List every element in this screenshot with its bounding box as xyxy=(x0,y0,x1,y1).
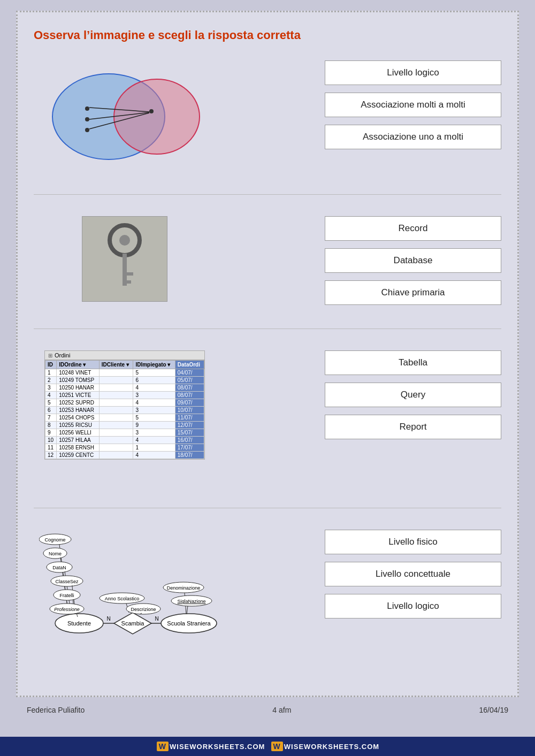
q1-answer1[interactable]: Livello logico xyxy=(325,60,501,85)
svg-text:N: N xyxy=(106,616,110,622)
q3-answer3[interactable]: Report xyxy=(325,415,501,439)
main-card: Osserva l’immagine e scegli la risposta … xyxy=(16,11,519,697)
svg-rect-13 xyxy=(127,280,131,284)
key-icon xyxy=(98,222,151,296)
svg-text:Professione: Professione xyxy=(54,607,80,612)
th-idimpiegato: IDImpiegato ▾ xyxy=(133,361,175,369)
key-image xyxy=(82,216,167,302)
q1-answer3[interactable]: Associazione uno a molti xyxy=(325,125,501,149)
table-row: 910256 WELLI315/07/ xyxy=(45,429,204,437)
table-name: Ordini xyxy=(55,352,70,358)
svg-point-5 xyxy=(149,109,154,113)
th-idcliente: IDCliente ▾ xyxy=(99,361,133,369)
watermark-text: WISEWORKSHEETS.COM xyxy=(170,743,265,751)
q4-answers: Livello fisico Livello concettuale Livel… xyxy=(216,524,501,618)
table-row: 1110258 ERNSH117/07/ xyxy=(45,444,204,452)
w-icon-1: W xyxy=(157,742,169,751)
q3-image-area: ⊞ Ordini ID IDOrdine ▾ IDCliente ▾ IDImp… xyxy=(34,345,216,465)
svg-rect-11 xyxy=(123,254,127,286)
q2-answer2[interactable]: Database xyxy=(325,248,501,273)
q2-answer3[interactable]: Chiave primaria xyxy=(325,280,501,305)
svg-point-4 xyxy=(85,128,89,132)
th-dataordi: DataOrdi xyxy=(175,361,204,369)
q4-answer2[interactable]: Livello concettuale xyxy=(325,562,501,586)
table-row: 510252 SUPRD409/07/ xyxy=(45,399,204,407)
q4-image-area: Studente Cognome Nome DataN xyxy=(34,524,216,653)
svg-text:Descrizione: Descrizione xyxy=(131,607,156,612)
footer: Federica Puliafito 4 afm 16/04/19 xyxy=(16,697,519,720)
table-row: 610253 HANAR310/07/ xyxy=(45,407,204,414)
question3-section: ⊞ Ordini ID IDOrdine ▾ IDCliente ▾ IDImp… xyxy=(34,345,501,465)
q4-answer3[interactable]: Livello logico xyxy=(325,594,501,618)
svg-text:DataN: DataN xyxy=(52,565,66,570)
footer-class: 4 afm xyxy=(272,706,291,714)
table-row: 1210259 CENTC418/07/ xyxy=(45,452,204,459)
table-icon: ⊞ xyxy=(48,353,52,358)
q1-answer2[interactable]: Associazione molti a molti xyxy=(325,93,501,117)
q3-answer2[interactable]: Query xyxy=(325,383,501,407)
q1-image-area xyxy=(34,55,216,173)
venn-diagram xyxy=(44,60,205,167)
footer-author: Federica Puliafito xyxy=(27,706,85,714)
svg-point-3 xyxy=(85,117,89,121)
watermark-text2: WISEWORKSHEETS.COM xyxy=(284,743,379,751)
q2-image-area xyxy=(34,211,216,307)
svg-line-47 xyxy=(187,606,188,614)
svg-text:ClasseSez: ClasseSez xyxy=(55,579,79,584)
table-row: 710254 CHOPS511/07/ xyxy=(45,414,204,422)
table-row: 810255 RICSU912/07/ xyxy=(45,422,204,429)
q4-answer1[interactable]: Livello fisico xyxy=(325,530,501,554)
svg-rect-12 xyxy=(127,272,133,276)
svg-text:Nome: Nome xyxy=(49,551,62,556)
q1-answers: Livello logico Associazione molti a molt… xyxy=(216,55,501,149)
question2-section: Record Database Chiave primaria xyxy=(34,211,501,307)
footer-date: 16/04/19 xyxy=(479,706,509,714)
divider1 xyxy=(34,194,501,195)
question4-section: Studente Cognome Nome DataN xyxy=(34,524,501,653)
svg-text:SiglaNazione: SiglaNazione xyxy=(177,599,205,604)
db-table-container: ⊞ Ordini ID IDOrdine ▾ IDCliente ▾ IDImp… xyxy=(44,350,205,460)
divider3 xyxy=(34,508,501,508)
q3-answer1[interactable]: Tabella xyxy=(325,350,501,375)
question1-section: Livello logico Associazione molti a molt… xyxy=(34,55,501,173)
svg-text:Fratelli: Fratelli xyxy=(59,593,74,598)
table-row: 310250 HANAR408/07/ xyxy=(45,384,204,392)
q2-answer1[interactable]: Record xyxy=(325,216,501,241)
svg-text:Denominazione: Denominazione xyxy=(167,585,201,591)
th-id: ID xyxy=(45,361,57,369)
svg-text:Scambia: Scambia xyxy=(121,620,145,627)
ordini-table: ID IDOrdine ▾ IDCliente ▾ IDImpiegato ▾ … xyxy=(45,360,204,459)
svg-point-2 xyxy=(85,106,89,111)
svg-text:Studente: Studente xyxy=(67,620,91,627)
table-title-bar: ⊞ Ordini xyxy=(45,351,204,360)
divider2 xyxy=(34,329,501,329)
table-row: 210249 TOMSP605/07/ xyxy=(45,377,204,384)
w-icon-2: W xyxy=(271,742,283,751)
svg-text:Scuola Straniera: Scuola Straniera xyxy=(167,620,211,627)
svg-text:N: N xyxy=(155,616,158,622)
svg-text:Anno Scolastico: Anno Scolastico xyxy=(105,596,140,601)
page-title: Osserva l’immagine e scegli la risposta … xyxy=(34,28,501,42)
watermark-bar: W WISEWORKSHEETS.COM W WISEWORKSHEETS.CO… xyxy=(0,737,535,756)
er-diagram: Studente Cognome Nome DataN xyxy=(39,530,210,647)
table-row: 1010257 HILAA416/07/ xyxy=(45,437,204,444)
q2-answers: Record Database Chiave primaria xyxy=(216,211,501,305)
table-row: 410251 VICTE308/07/ xyxy=(45,392,204,399)
table-row: 110248 VINET504/07/ xyxy=(45,369,204,377)
q3-answers: Tabella Query Report xyxy=(216,345,501,439)
svg-point-1 xyxy=(114,79,200,154)
svg-text:Cognome: Cognome xyxy=(44,537,65,543)
svg-point-10 xyxy=(119,235,130,246)
th-idordine: IDOrdine ▾ xyxy=(57,361,100,369)
